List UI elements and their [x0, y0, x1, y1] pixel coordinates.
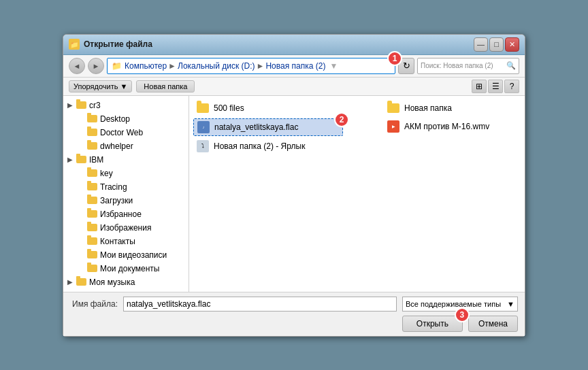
- dialog-icon: 📁: [69, 39, 80, 50]
- sidebar-item-label: Избранное: [100, 209, 142, 219]
- crumb-arrow-1: ►: [168, 61, 176, 71]
- expand-arrow: [77, 129, 85, 137]
- maximize-button[interactable]: □: [489, 37, 504, 52]
- folder-icon: [86, 127, 97, 138]
- folder-icon: [76, 154, 86, 165]
- file-item-wmv[interactable]: ▶ АКМ против М-16.wmv: [384, 118, 506, 135]
- help-button[interactable]: ?: [504, 80, 519, 93]
- filename-label: Имя файла:: [70, 299, 118, 309]
- folder-icon: [86, 195, 97, 206]
- breadcrumb-bar[interactable]: 📁 Компьютер ► Локальный диск (D:) ► Нова…: [107, 58, 395, 74]
- open-button-badge: 3: [455, 307, 470, 322]
- breadcrumb-crumb3: Новая папка (2): [265, 61, 325, 71]
- folder-icon: [86, 209, 97, 220]
- close-button[interactable]: ✕: [505, 37, 519, 52]
- sidebar-item-music[interactable]: ▶ Моя музыка: [63, 275, 189, 289]
- sidebar-item-dwhelper[interactable]: dwhelper: [63, 139, 189, 153]
- search-box[interactable]: Поиск: Новая папка (2) 🔍: [417, 58, 519, 74]
- file-name: Новая папка (2) - Ярлык: [214, 141, 305, 151]
- sidebar-item-doctorweb[interactable]: Doctor Web: [63, 126, 189, 139]
- search-placeholder: Поиск: Новая папка (2): [421, 62, 506, 69]
- second-toolbar: Упорядочить ▼ Новая папка ⊞ ☰ ?: [63, 78, 525, 96]
- file-item-natalya[interactable]: ♪ natalya_vetlitskaya.flac 2: [193, 118, 343, 136]
- folder-icon: [86, 263, 97, 274]
- sidebar-item-cr3[interactable]: ▶ cr3: [63, 99, 189, 112]
- sidebar-item-downloads[interactable]: Загрузки: [63, 194, 189, 207]
- folder-icon: [86, 236, 97, 247]
- folder-icon: [196, 101, 210, 115]
- sidebar-item-videos[interactable]: Мои видеозаписи: [63, 248, 189, 262]
- wmv-file-icon: ▶: [387, 120, 400, 133]
- title-bar-buttons: — □ ✕: [474, 37, 519, 52]
- expand-arrow: [77, 237, 85, 246]
- sidebar-item-label: Tracing: [100, 182, 127, 192]
- view-buttons: ⊞ ☰ ?: [472, 80, 519, 93]
- expand-arrow: ▶: [66, 156, 74, 164]
- organize-button[interactable]: Упорядочить ▼: [69, 80, 132, 92]
- folder-icon: [387, 101, 400, 115]
- file-item-newfolder[interactable]: Новая папка: [384, 100, 506, 116]
- new-folder-button[interactable]: Новая папка: [136, 80, 195, 92]
- shortcut-icon: ⤵: [196, 139, 210, 153]
- dialog-title: Открытие файла: [84, 39, 474, 49]
- expand-arrow: [77, 183, 85, 191]
- forward-button[interactable]: ►: [88, 58, 104, 74]
- sidebar-item-label: Мои документы: [100, 264, 159, 273]
- file-item-shortcut[interactable]: ⤵ Новая папка (2) - Ярлык: [193, 138, 343, 154]
- buttons-row: Открыть 3 Отмена: [70, 316, 518, 332]
- sidebar-item-label: Изображения: [100, 223, 151, 233]
- main-content: ▶ cr3 Desktop Doctor Web dwhelper ▶: [63, 96, 525, 292]
- filetype-label: Все поддерживаемые типы: [406, 300, 501, 308]
- back-button[interactable]: ◄: [69, 58, 85, 74]
- folder-icon: [86, 182, 97, 192]
- expand-arrow: ▶: [66, 278, 74, 286]
- expand-arrow: [77, 142, 85, 150]
- file-name: 500 files: [214, 103, 244, 113]
- filename-input[interactable]: [123, 297, 397, 312]
- sidebar-item-label: Desktop: [100, 114, 130, 124]
- filetype-arrow: ▼: [507, 300, 514, 308]
- title-bar: 📁 Открытие файла — □ ✕: [63, 35, 525, 55]
- breadcrumb-crumb1: Компьютер: [125, 61, 167, 71]
- filename-row: Имя файла: Все поддерживаемые типы ▼: [70, 297, 518, 312]
- file-name: АКМ против М-16.wmv: [404, 122, 489, 131]
- sidebar-item-label: IBM: [89, 155, 103, 165]
- expand-arrow: [77, 115, 85, 123]
- sidebar-item-ibm[interactable]: ▶ IBM: [63, 153, 189, 167]
- expand-arrow: [77, 224, 85, 232]
- sidebar-item-label: Мои видеозаписи: [100, 250, 167, 260]
- breadcrumb-badge: 1: [387, 51, 402, 66]
- selection-badge: 2: [334, 112, 349, 127]
- file-item-500files[interactable]: 500 files: [193, 100, 343, 116]
- organize-chevron: ▼: [120, 82, 127, 90]
- left-panel: ▶ cr3 Desktop Doctor Web dwhelper ▶: [63, 96, 189, 292]
- cancel-button[interactable]: Отмена: [468, 316, 518, 332]
- sidebar-item-documents[interactable]: Мои документы: [63, 262, 189, 275]
- expand-arrow: ▶: [66, 101, 74, 110]
- sidebar-item-label: Загрузки: [100, 196, 133, 205]
- folder-icon: [86, 114, 97, 124]
- organize-label: Упорядочить: [74, 82, 118, 90]
- sidebar-item-desktop[interactable]: Desktop: [63, 112, 189, 126]
- sidebar-item-images[interactable]: Изображения: [63, 221, 189, 235]
- sidebar-item-favorites[interactable]: Избранное: [63, 207, 189, 221]
- sidebar-item-label: dwhelper: [100, 141, 133, 151]
- view-list-button[interactable]: ☰: [488, 80, 503, 93]
- file-name: natalya_vetlitskaya.flac: [214, 122, 298, 132]
- bottom-section: Имя файла: Все поддерживаемые типы ▼ Отк…: [63, 292, 525, 336]
- sidebar-item-tracing[interactable]: Tracing: [63, 180, 189, 194]
- view-grid-button[interactable]: ⊞: [472, 80, 487, 93]
- minimize-button[interactable]: —: [474, 37, 488, 52]
- sidebar-item-label: key: [100, 169, 113, 178]
- sidebar-item-label: cr3: [89, 101, 101, 110]
- flac-file-icon: ♪: [197, 120, 210, 134]
- sidebar-item-contacts[interactable]: Контакты: [63, 235, 189, 248]
- open-button[interactable]: Открыть: [402, 316, 463, 332]
- folder-icon: [76, 277, 86, 288]
- folder-icon: [76, 100, 86, 111]
- breadcrumb-crumb2: Локальный диск (D:): [178, 61, 255, 71]
- sidebar-item-key[interactable]: key: [63, 167, 189, 180]
- right-panel: 500 files ♪ natalya_vetlitskaya.flac 2 ⤵…: [189, 96, 525, 292]
- file-name: Новая папка: [404, 103, 452, 113]
- breadcrumb-icon: 📁: [112, 61, 122, 71]
